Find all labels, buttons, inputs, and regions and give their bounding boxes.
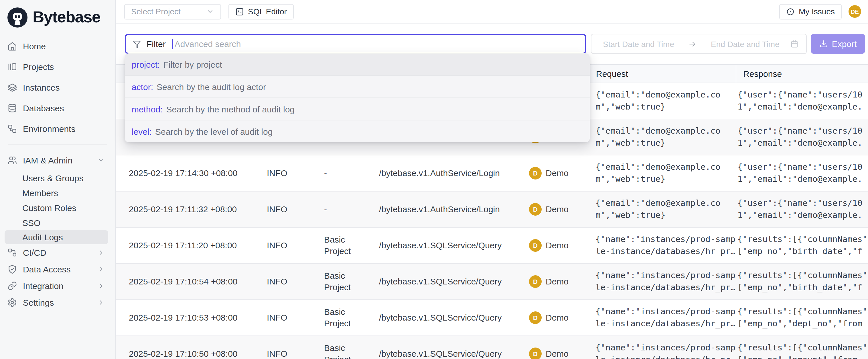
sidebar-item-label: Instances: [23, 82, 60, 92]
sidebar-item-projects[interactable]: Projects: [0, 56, 115, 77]
request-line: {"name":"instances/prod-samp: [595, 306, 736, 318]
calendar-icon[interactable]: [790, 39, 799, 48]
cell-response: {"results":[{"columnNames":["emp_no","bi…: [736, 270, 868, 294]
cell-response: {"user":{"name":"users/101","email":"dem…: [736, 197, 868, 221]
actor-avatar: D: [529, 167, 541, 180]
audit-log-row[interactable]: 2025-02-19 17:14:30 +08:00INFO-/bytebase…: [116, 156, 868, 192]
audit-log-row[interactable]: 2025-02-19 17:10:50 +08:00INFOBasic Proj…: [116, 336, 868, 359]
response-line: {"user":{"name":"users/10: [738, 125, 868, 137]
suggestion-description: Search by the method of audit log: [166, 104, 294, 114]
response-line: 1","email":"demo@example.: [738, 101, 868, 113]
users-icon: [7, 155, 17, 165]
cell-request: {"email":"demo@example.com","web":true}: [594, 125, 736, 149]
suggestion-actor[interactable]: actor:Search by the audit log actor: [125, 75, 590, 98]
suggestion-description: Search by the level of audit log: [155, 127, 273, 136]
audit-log-row[interactable]: 2025-02-19 17:10:54 +08:00INFOBasic Proj…: [116, 264, 868, 300]
actor-name: Demo: [546, 348, 568, 359]
request-line: {"email":"demo@example.co: [595, 197, 736, 209]
response-line: {"results":[{"columnNames":: [738, 342, 868, 354]
sidebar-item-data-access[interactable]: Data Access: [0, 261, 115, 278]
sidebar-item-users-groups[interactable]: Users & Groups: [0, 170, 115, 185]
download-icon: [819, 39, 828, 48]
request-line: m","web":true}: [595, 101, 736, 113]
workflow-icon: [7, 123, 17, 133]
sidebar-item-instances[interactable]: Instances: [0, 77, 115, 98]
sidebar-item-custom-roles[interactable]: Custom Roles: [0, 200, 115, 215]
actor: DDemo: [529, 239, 594, 252]
cell-level: INFO: [265, 240, 322, 251]
sql-editor-label: SQL Editor: [248, 7, 287, 16]
sidebar-item-label: Users & Groups: [22, 173, 83, 183]
request-line: {"name":"instances/prod-samp: [595, 233, 736, 245]
cell-project: Basic Project: [322, 342, 377, 359]
cell-method: /bytebase.v1.SQLService/Query: [377, 348, 527, 359]
chevron-right-icon: [97, 266, 105, 273]
brand-name: Bytebase: [33, 8, 100, 26]
cell-project: Basic Project: [322, 306, 377, 329]
cell-actor: DDemo: [527, 275, 594, 288]
suggestion-project[interactable]: project:Filter by project: [125, 53, 590, 75]
cell-request: {"name":"instances/prod-sample-instance/…: [594, 233, 736, 257]
suggestion-description: Search by the audit log actor: [157, 82, 266, 91]
project-select-value: Select Project: [131, 7, 181, 16]
cell-actor: DDemo: [527, 167, 594, 180]
cell-created-time: 2025-02-19 17:10:54 +08:00: [129, 276, 265, 287]
brand-logo[interactable]: Bytebase: [0, 0, 115, 30]
sidebar-item-home[interactable]: Home: [0, 35, 115, 56]
bytebase-logo-icon: [7, 7, 28, 27]
sql-editor-button[interactable]: SQL Editor: [228, 4, 294, 19]
cell-project: -: [322, 203, 377, 215]
link-icon: [7, 281, 17, 291]
cell-method: /bytebase.v1.AuthService/Login: [377, 167, 527, 179]
cell-level: INFO: [265, 203, 322, 215]
my-issues-button[interactable]: My Issues: [779, 4, 842, 19]
cell-method: /bytebase.v1.SQLService/Query: [377, 240, 527, 251]
sidebar-item-audit-logs[interactable]: Audit Logs: [5, 230, 108, 244]
audit-log-row[interactable]: 2025-02-19 17:11:20 +08:00INFOBasic Proj…: [116, 228, 868, 264]
sidebar-item-sso[interactable]: SSO: [0, 215, 115, 230]
gear-icon: [7, 298, 17, 307]
search-input[interactable]: Filter Advanced search: [125, 34, 586, 54]
sidebar-item-environments[interactable]: Environments: [0, 118, 115, 139]
start-date-input[interactable]: Start Date and Time: [603, 39, 674, 49]
sidebar-item-integration[interactable]: Integration: [0, 278, 115, 294]
actor: DDemo: [529, 167, 594, 180]
sidebar-item-label: Databases: [23, 103, 64, 113]
user-avatar[interactable]: DE: [848, 5, 861, 18]
actor-name: Demo: [546, 312, 568, 324]
suggestion-method[interactable]: method:Search by the method of audit log: [125, 98, 590, 120]
sidebar-item-label: Integration: [23, 281, 64, 291]
search-placeholder: Advanced search: [175, 39, 241, 49]
search-suggestions-dropdown: project:Filter by projectactor:Search by…: [125, 53, 590, 142]
cell-response: {"user":{"name":"users/101","email":"dem…: [736, 89, 868, 113]
sidebar-item-databases[interactable]: Databases: [0, 98, 115, 118]
cell-created-time: 2025-02-19 17:11:20 +08:00: [129, 240, 265, 251]
project-select[interactable]: Select Project: [124, 4, 221, 19]
sidebar-item-settings[interactable]: Settings: [0, 294, 115, 311]
sidebar-item-ci-cd[interactable]: CI/CD: [0, 244, 115, 261]
header-response: Response: [736, 65, 868, 83]
response-line: {"results":[{"columnNames":: [738, 270, 868, 282]
export-button[interactable]: Export: [811, 34, 865, 54]
projects-icon: [7, 62, 17, 72]
sidebar-item-members[interactable]: Members: [0, 185, 115, 200]
sidebar-item-label: SSO: [22, 218, 40, 227]
cell-actor: DDemo: [527, 239, 594, 252]
response-line: {"results":[{"columnNames":: [738, 306, 868, 318]
suggestion-level[interactable]: level:Search by the level of audit log: [125, 120, 590, 142]
request-line: m","web":true}: [595, 209, 736, 221]
audit-log-row[interactable]: 2025-02-19 17:10:53 +08:00INFOBasic Proj…: [116, 300, 868, 336]
date-range-picker[interactable]: Start Date and Time End Date and Time: [591, 34, 807, 54]
actor: DDemo: [529, 348, 594, 359]
end-date-input[interactable]: End Date and Time: [711, 39, 779, 49]
sidebar-item-label: Environments: [23, 123, 75, 133]
sidebar-item-iam-admin[interactable]: IAM & Admin: [0, 150, 115, 170]
layers-icon: [7, 82, 17, 92]
home-icon: [7, 41, 17, 51]
cell-created-time: 2025-02-19 17:10:50 +08:00: [129, 348, 265, 359]
actor: DDemo: [529, 311, 594, 324]
funnel-icon: [132, 39, 142, 49]
cell-response: {"user":{"name":"users/101","email":"dem…: [736, 125, 868, 149]
audit-log-row[interactable]: 2025-02-19 17:11:32 +08:00INFO-/bytebase…: [116, 192, 868, 228]
cell-actor: DDemo: [527, 311, 594, 324]
